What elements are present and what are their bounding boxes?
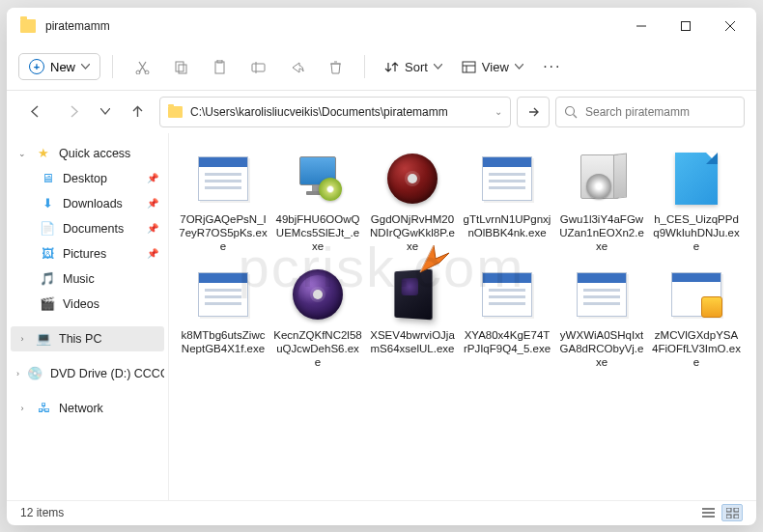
window-title: piratemamm <box>45 19 619 33</box>
sidebar-item-label: Desktop <box>63 172 107 185</box>
svg-line-16 <box>574 114 578 118</box>
sidebar-item-quick-access[interactable]: ⌄ ★ Quick access <box>11 141 164 166</box>
forward-button[interactable] <box>57 97 90 127</box>
address-path: C:\Users\karolisliucveikis\Documents\pir… <box>190 105 495 119</box>
file-list[interactable]: 7ORjGAQePsN_I7eyR7OS5pKs.exe49bjFHU6OOwQ… <box>169 133 756 500</box>
refresh-button[interactable] <box>517 97 550 127</box>
star-icon: ★ <box>36 146 51 161</box>
more-button[interactable]: ··· <box>535 50 570 83</box>
copy-button[interactable] <box>163 50 198 83</box>
svg-rect-17 <box>726 508 731 512</box>
sidebar-item-desktop[interactable]: 🖥 Desktop 📌 <box>11 166 164 191</box>
recent-button[interactable] <box>96 97 115 127</box>
file-item[interactable]: XSEV4bwrviOJjamS64xselUL.exe <box>366 261 459 375</box>
pin-icon: 📌 <box>147 248 158 259</box>
chevron-down-icon <box>434 64 442 70</box>
network-icon: 🖧 <box>36 401 51 416</box>
window-controls <box>619 11 752 42</box>
file-item[interactable]: Gwu1l3iY4aFGwUZan1nEOXn2.exe <box>555 145 648 259</box>
sidebar-item-label: Quick access <box>59 147 130 160</box>
toolbar: + New Sort View ··· <box>7 44 756 91</box>
file-item[interactable]: k8MTbg6utsZiwcNeptGB4X1f.exe <box>177 261 269 375</box>
chevron-down-icon <box>515 64 523 70</box>
desktop-icon: 🖥 <box>40 171 55 186</box>
file-item[interactable]: 49bjFHU6OOwQUEMcs5SlEJt_.exe <box>271 145 364 259</box>
pc-icon: 💻 <box>36 331 51 347</box>
file-item[interactable]: 7ORjGAQePsN_I7eyR7OS5pKs.exe <box>177 145 269 259</box>
sort-label: Sort <box>405 60 428 74</box>
svg-rect-18 <box>734 508 739 512</box>
share-button[interactable] <box>279 50 314 83</box>
file-item[interactable]: GgdONjRvHM20NDIrQGwKkl8P.exe <box>366 145 459 259</box>
pin-icon: 📌 <box>147 173 158 183</box>
title-bar: piratemamm <box>7 8 756 44</box>
file-item[interactable]: h_CES_UizqPPdq9WkIuhDNJu.exe <box>650 145 743 259</box>
grid-icon <box>726 508 739 518</box>
file-name: zMCVlGXdpYSA4FiOFfLV3ImO.exe <box>652 328 741 370</box>
sort-icon <box>384 61 399 73</box>
sidebar-item-network[interactable]: › 🖧 Network <box>11 396 164 421</box>
arrow-left-icon <box>28 104 42 119</box>
address-bar[interactable]: C:\Users\karolisliucveikis\Documents\pir… <box>159 97 511 127</box>
sidebar-item-videos[interactable]: 🎬 Videos <box>11 292 164 317</box>
minimize-icon <box>636 21 646 31</box>
sidebar-item-dvd[interactable]: › 💿 DVD Drive (D:) CCCO <box>11 361 164 386</box>
file-icon <box>284 265 352 324</box>
file-icon <box>473 265 541 324</box>
delete-button[interactable] <box>318 50 353 83</box>
navigation-bar: C:\Users\karolisliucveikis\Documents\pir… <box>7 91 756 133</box>
minimize-button[interactable] <box>619 11 664 42</box>
back-button[interactable] <box>18 97 51 127</box>
cut-button[interactable] <box>125 50 159 83</box>
file-icon <box>568 149 636 209</box>
file-item[interactable]: yWXWiA0SHqIxtGA8dRCObyVj.exe <box>555 261 648 375</box>
pictures-icon: 🖼 <box>40 246 55 262</box>
paste-button[interactable] <box>202 50 237 83</box>
file-item[interactable]: gTtLvrnN1UPgnxjnOlBBK4nk.exe <box>461 145 553 259</box>
divider <box>112 55 113 78</box>
new-button[interactable]: + New <box>18 53 100 80</box>
file-icon <box>189 265 257 324</box>
file-name: gTtLvrnN1UPgnxjnOlBBK4nk.exe <box>463 212 551 240</box>
file-item[interactable]: KecnZQKfNC2l58uQJcwDehS6.exe <box>271 261 364 375</box>
search-box[interactable] <box>555 97 745 127</box>
sidebar-item-label: Music <box>63 272 95 286</box>
file-name: 7ORjGAQePsN_I7eyR7OS5pKs.exe <box>179 212 268 254</box>
sidebar-item-this-pc[interactable]: › 💻 This PC <box>11 326 164 351</box>
svg-rect-6 <box>176 62 184 71</box>
file-name: KecnZQKfNC2l58uQJcwDehS6.exe <box>273 328 362 370</box>
file-icon <box>568 265 636 324</box>
videos-icon: 🎬 <box>40 296 55 312</box>
search-input[interactable] <box>585 105 736 119</box>
list-icon <box>702 508 715 518</box>
svg-rect-7 <box>179 65 186 73</box>
file-item[interactable]: zMCVlGXdpYSA4FiOFfLV3ImO.exe <box>650 261 743 375</box>
sidebar-item-label: DVD Drive (D:) CCCO <box>50 367 164 380</box>
close-button[interactable] <box>708 11 752 42</box>
rename-button[interactable] <box>240 50 275 83</box>
file-item[interactable]: XYA80x4KgE74TrPJIqF9Q4_5.exe <box>461 261 553 375</box>
chevron-down-icon: ⌄ <box>16 149 28 158</box>
chevron-right-icon: › <box>16 369 19 378</box>
arrow-right-icon <box>526 105 540 119</box>
pin-icon: 📌 <box>147 198 158 209</box>
maximize-button[interactable] <box>664 11 708 42</box>
view-button[interactable]: View <box>454 55 531 79</box>
body: ⌄ ★ Quick access 🖥 Desktop 📌 ⬇ Downloads… <box>7 133 756 500</box>
copy-icon <box>174 60 188 74</box>
sidebar-item-pictures[interactable]: 🖼 Pictures 📌 <box>11 241 164 266</box>
cut-icon <box>135 60 150 74</box>
sort-button[interactable]: Sort <box>377 55 450 79</box>
svg-rect-1 <box>682 21 691 30</box>
share-icon <box>290 60 304 74</box>
sidebar-item-music[interactable]: 🎵 Music <box>11 266 164 292</box>
sidebar-item-documents[interactable]: 📄 Documents 📌 <box>11 216 164 241</box>
arrow-up-icon <box>130 104 145 119</box>
view-label: View <box>482 60 509 74</box>
up-button[interactable] <box>121 97 154 127</box>
icons-view-button[interactable] <box>721 504 743 521</box>
details-view-button[interactable] <box>697 504 719 521</box>
navigation-pane: ⌄ ★ Quick access 🖥 Desktop 📌 ⬇ Downloads… <box>7 133 169 500</box>
chevron-down-icon[interactable]: ⌄ <box>495 106 502 117</box>
sidebar-item-downloads[interactable]: ⬇ Downloads 📌 <box>11 191 164 216</box>
